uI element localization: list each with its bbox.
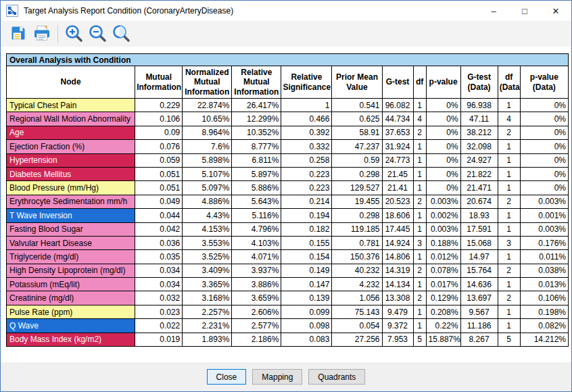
value-cell: 24.773: [382, 153, 413, 167]
value-cell: 2.231%: [183, 319, 232, 333]
value-cell: 1: [498, 305, 520, 318]
value-cell: 0.011%: [520, 250, 568, 264]
value-cell: 27.256: [332, 333, 382, 346]
value-cell: 1: [413, 99, 426, 112]
value-cell: 8.964%: [183, 126, 232, 139]
table-row: Hypertension0.0595.898%6.811%0.2580.5924…: [7, 153, 569, 167]
value-cell: 3: [498, 236, 520, 249]
value-cell: 1: [498, 181, 520, 195]
value-cell: 1: [498, 278, 520, 291]
value-cell: 3.525%: [183, 250, 232, 264]
value-cell: 0%: [426, 181, 460, 195]
value-cell: 21.45: [382, 167, 413, 180]
column-header-p-value-data: p-value (Data): [520, 66, 568, 99]
value-cell: 1: [413, 167, 426, 180]
quadrants-button[interactable]: Quadrants: [308, 369, 365, 385]
dialog-window: Target Analysis Report Condition (Corona…: [0, 0, 572, 392]
value-cell: 8.267: [460, 333, 498, 346]
value-cell: 0.003%: [426, 195, 460, 208]
title-bar[interactable]: Target Analysis Report Condition (Corona…: [1, 1, 571, 21]
value-cell: 47.237: [332, 140, 382, 153]
save-button[interactable]: [7, 23, 29, 45]
save-icon: [10, 25, 26, 43]
value-cell: 2: [413, 291, 426, 305]
value-cell: 0%: [426, 140, 460, 153]
value-cell: 9.479: [382, 305, 413, 318]
value-cell: 2.257%: [183, 305, 232, 318]
value-cell: 1: [413, 250, 426, 264]
value-cell: 47.11: [460, 112, 498, 126]
value-cell: 3.409%: [183, 264, 232, 277]
column-header-prior-mean-value: Prior Mean Value: [332, 66, 382, 99]
node-cell: Age: [7, 126, 135, 139]
value-cell: 1: [498, 99, 520, 112]
value-cell: 0%: [426, 112, 460, 126]
print-button[interactable]: [31, 23, 53, 45]
value-cell: 0.001%: [520, 209, 568, 222]
value-cell: 0.258: [281, 153, 332, 167]
zoom-reset-button[interactable]: [110, 23, 132, 45]
value-cell: 4.796%: [232, 222, 281, 236]
value-cell: 1: [413, 319, 426, 333]
value-cell: 4.43%: [183, 209, 232, 222]
value-cell: 0.022: [135, 319, 183, 333]
value-cell: 1: [498, 153, 520, 167]
table-row: Blood Pressure (mm/Hg)0.0515.097%5.886%0…: [7, 181, 569, 195]
value-cell: 0.59: [332, 153, 382, 167]
value-cell: 0%: [426, 99, 460, 112]
value-cell: 2.186%: [232, 333, 281, 346]
value-cell: 14.924: [382, 236, 413, 249]
value-cell: 2.606%: [232, 305, 281, 318]
table-row: Ejection Fraction (%)0.0767.6%8.777%0.33…: [7, 140, 569, 153]
value-cell: 0.019: [135, 333, 183, 346]
minimize-icon: –: [491, 6, 496, 16]
value-cell: 15.887%: [426, 333, 460, 346]
value-cell: 9.372: [382, 319, 413, 333]
value-cell: 0.078%: [426, 264, 460, 277]
table-row: Age0.098.964%10.352%0.39258.9137.65320%3…: [7, 126, 569, 139]
value-cell: 7.953: [382, 333, 413, 346]
value-cell: 0.106: [135, 112, 183, 126]
zoom-out-button[interactable]: [87, 23, 108, 45]
value-cell: 0.332: [281, 140, 332, 153]
value-cell: 75.143: [332, 305, 382, 318]
node-cell: Diabetes Mellitus: [7, 167, 135, 180]
value-cell: 44.734: [382, 112, 413, 126]
value-cell: 0%: [520, 126, 568, 139]
value-cell: 0.154: [281, 250, 332, 264]
window-minimize-button[interactable]: –: [478, 1, 509, 21]
value-cell: 37.653: [382, 126, 413, 139]
value-cell: 4.071%: [232, 250, 281, 264]
node-cell: Fasting Blood Sugar: [7, 222, 135, 236]
value-cell: 0.781: [332, 236, 382, 249]
value-cell: 17.591: [460, 222, 498, 236]
value-cell: 0.044: [135, 209, 183, 222]
window-close-button[interactable]: ✕: [540, 1, 571, 21]
value-cell: 17.445: [382, 222, 413, 236]
value-cell: 0.038%: [520, 264, 568, 277]
value-cell: 7.6%: [183, 140, 232, 153]
close-button[interactable]: Close: [207, 369, 247, 385]
analysis-table: Overall Analysis with Condition NodeMutu…: [6, 53, 569, 347]
zoom-in-button[interactable]: [63, 23, 85, 45]
table-row: T Wave Inversion0.0444.43%5.116%0.1940.2…: [7, 209, 569, 222]
value-cell: 150.376: [332, 250, 382, 264]
value-cell: 119.185: [332, 222, 382, 236]
value-cell: 0.051: [135, 181, 183, 195]
window-maximize-button[interactable]: □: [509, 1, 540, 21]
value-cell: 0.036: [135, 236, 183, 249]
column-header-g-test: G-test: [382, 66, 413, 99]
node-cell: Potassium (mEq/lit): [7, 278, 135, 291]
column-header-normalized-mutual-information: Normalized Mutual Information: [183, 66, 232, 99]
table-row: Typical Chest Pain0.22922.874%26.417%10.…: [7, 99, 569, 112]
table-row: Creatinine (mg/dl)0.0323.168%3.659%0.139…: [7, 291, 569, 305]
app-network-icon: [6, 5, 18, 17]
value-cell: 14.806: [382, 250, 413, 264]
value-cell: 2: [413, 195, 426, 208]
mapping-button[interactable]: Mapping: [252, 369, 302, 385]
value-cell: 0.017%: [426, 278, 460, 291]
node-cell: Ejection Fraction (%): [7, 140, 135, 153]
value-cell: 4.232: [332, 278, 382, 291]
value-cell: 1: [413, 305, 426, 318]
value-cell: 0.032: [135, 291, 183, 305]
